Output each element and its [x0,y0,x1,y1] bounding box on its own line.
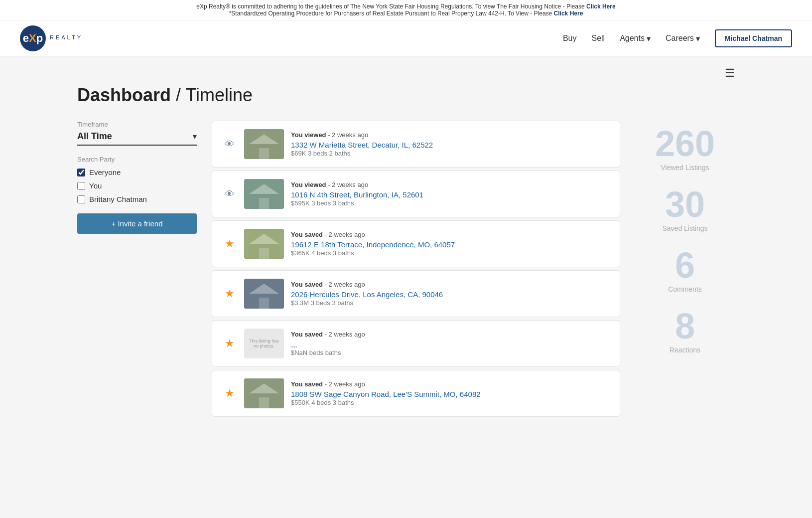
action-label: You saved [291,281,323,288]
listing-action-text: You viewed - 2 weeks ago [291,181,610,188]
brittany-checkbox[interactable] [77,195,85,203]
listing-thumbnail [244,279,284,309]
stat-number: 6 [675,247,695,283]
stat-number: 260 [655,126,715,162]
everyone-checkbox[interactable] [77,169,85,176]
listing-action-text: You viewed - 2 weeks ago [291,131,610,139]
listing-info: You viewed - 2 weeks ago 1332 W Marietta… [291,131,610,157]
banner-text1: eXp Realty® is committed to adhering to … [196,3,584,10]
invite-friend-button[interactable]: + Invite a friend [77,213,197,234]
listing-address[interactable]: 1808 SW Sage Canyon Road, Lee'S Summit, … [291,390,481,398]
sidebar: Timeframe All Time ▾ Search Party Everyo… [77,121,197,234]
star-icon: ★ [222,287,237,300]
timeline-item: ★ This listing has no photos. You saved … [212,320,620,367]
title-timeline: Timeline [185,85,253,105]
action-label: You viewed [291,181,326,188]
listing-details: $NaN beds baths [291,349,610,356]
action-label: You saved [291,380,323,388]
logo-text: REALTY [50,36,83,40]
banner-text2: *Standardized Operating Procedure for Pu… [229,10,552,17]
stat-label: Comments [668,285,702,293]
party-option-everyone[interactable]: Everyone [77,168,197,176]
you-label: You [89,181,102,190]
title-dashboard: Dashboard [77,85,171,105]
hamburger-icon[interactable]: ☰ [725,67,735,80]
party-option-you[interactable]: You [77,181,197,190]
timeline-item: ★ You saved - 2 weeks ago 19612 E 18th T… [212,220,620,267]
listing-address[interactable]: 1016 N 4th Street, Burlington, IA, 52601 [291,190,423,199]
action-label: You saved [291,231,323,238]
main-content: ☰ Dashboard / Timeline Timeframe All Tim… [57,57,755,430]
stats-panel: 260Viewed Listings30Saved Listings6Comme… [635,121,735,369]
listing-info: You saved - 2 weeks ago 2026 Hercules Dr… [291,281,610,307]
star-icon: ★ [222,387,237,400]
agents-chevron-icon: ▾ [647,34,651,43]
search-party-section: Search Party Everyone You Brittany Chatm… [77,156,197,203]
menu-icon-row: ☰ [77,67,735,80]
listing-action-text: You saved - 2 weeks ago [291,231,610,238]
svg-rect-3 [259,148,269,159]
listing-action-text: You saved - 2 weeks ago [291,380,610,388]
timeline-item: 👁 You viewed - 2 weeks ago 1016 N 4th St… [212,171,620,217]
timeline-item: ★ You saved - 2 weeks ago 1808 SW Sage C… [212,370,620,417]
top-banner: eXp Realty® is committed to adhering to … [0,0,812,20]
action-label: You viewed [291,131,326,139]
banner-link1[interactable]: Click Here [586,3,616,10]
star-icon: ★ [222,237,237,250]
party-option-brittany[interactable]: Brittany Chatman [77,195,197,203]
listing-info: You saved - 2 weeks ago 1808 SW Sage Can… [291,380,610,406]
nav-agents[interactable]: Agents ▾ [620,34,651,43]
logo-icon: eXp [20,25,46,51]
timeframe-value: All Time [77,131,112,142]
logo-realty: REALTY [50,34,83,40]
stat-label: Saved Listings [662,224,707,232]
listing-details: $69K 3 beds 2 baths [291,150,610,157]
listing-action-text: You saved - 2 weeks ago [291,331,610,338]
header: eXp REALTY Buy Sell Agents ▾ Careers ▾ M… [0,20,812,57]
no-photo-box: This listing has no photos. [244,329,284,358]
listing-details: $550K 4 beds 3 baths [291,399,610,406]
listing-thumbnail [244,179,284,209]
timeframe-chevron-icon: ▾ [193,132,197,141]
listing-details: $365K 4 beds 3 baths [291,249,610,257]
listing-address[interactable]: ,,, [291,340,297,348]
eye-icon: 👁 [222,139,237,150]
listing-address[interactable]: 1332 W Marietta Street, Decatur, IL, 625… [291,141,433,149]
timeframe-select[interactable]: All Time ▾ [77,131,197,146]
content-layout: Timeframe All Time ▾ Search Party Everyo… [77,121,735,420]
timeline-item: ★ You saved - 2 weeks ago 2026 Hercules … [212,270,620,317]
listing-thumbnail [244,378,284,408]
eye-icon: 👁 [222,188,237,200]
logo: eXp REALTY [20,25,83,51]
nav-links: Buy Sell Agents ▾ Careers ▾ Michael Chat… [563,29,792,47]
timeframe-label: Timeframe [77,121,197,128]
listing-details: $595K 3 beds 3 baths [291,199,610,207]
stat-label: Reactions [670,346,700,354]
nav-buy[interactable]: Buy [563,34,577,43]
svg-rect-19 [259,397,269,408]
banner-link2[interactable]: Click Here [554,10,583,17]
listing-action-text: You saved - 2 weeks ago [291,281,610,288]
timeline-list: 👁 You viewed - 2 weeks ago 1332 W Mariet… [212,121,620,420]
listing-address[interactable]: 19612 E 18th Terrace, Independence, MO, … [291,240,455,249]
listing-info: You saved - 2 weeks ago 19612 E 18th Ter… [291,231,610,257]
svg-rect-15 [259,298,269,309]
listing-address[interactable]: 2026 Hercules Drive, Los Angeles, CA, 90… [291,290,443,299]
action-label: You saved [291,331,323,338]
stat-label: Viewed Listings [661,164,709,172]
listing-details: $3.3M 3 beds 3 baths [291,299,610,307]
careers-chevron-icon: ▾ [696,34,700,43]
brittany-label: Brittany Chatman [89,195,147,203]
listing-thumbnail [244,229,284,259]
listing-info: You viewed - 2 weeks ago 1016 N 4th Stre… [291,181,610,207]
nav-careers[interactable]: Careers ▾ [666,34,700,43]
stat-number: 30 [665,186,705,222]
nav-sell[interactable]: Sell [591,34,605,43]
you-checkbox[interactable] [77,182,85,190]
user-button[interactable]: Michael Chatman [715,29,792,47]
search-party-label: Search Party [77,156,197,163]
logo-icon-text: eXp [23,32,43,45]
page-title: Dashboard / Timeline [77,85,735,106]
svg-rect-7 [259,198,269,209]
timeline-item: 👁 You viewed - 2 weeks ago 1332 W Mariet… [212,121,620,168]
